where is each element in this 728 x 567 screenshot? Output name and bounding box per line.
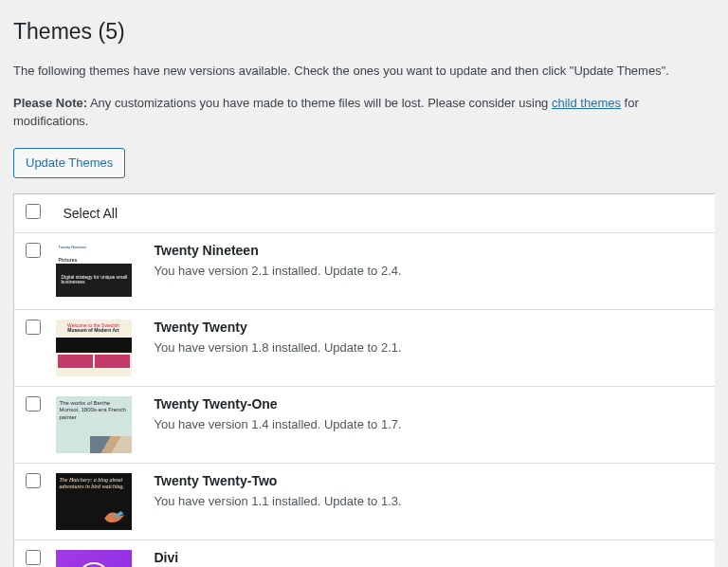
select-all-label: Select All — [56, 193, 716, 232]
theme-name: Twenty Twenty — [155, 320, 706, 335]
theme-checkbox[interactable] — [26, 396, 41, 412]
theme-thumbnail: Welcome to the SwedishMuseum of Modern A… — [56, 320, 132, 376]
note-text: Please Note: Any customizations you have… — [13, 94, 715, 131]
theme-checkbox[interactable] — [26, 473, 41, 488]
note-before-link: Any customizations you have made to them… — [87, 96, 552, 110]
themes-table: Select All Twenty Nineteen Pictures Digi… — [13, 193, 715, 567]
theme-name: Twenty Nineteen — [155, 243, 706, 258]
theme-row-divi: D Divi You have version 4.17.3 installed… — [14, 540, 716, 567]
divi-logo-icon: D — [78, 562, 110, 567]
select-all-checkbox[interactable] — [26, 204, 41, 219]
theme-thumbnail: Twenty Nineteen Pictures Digital strateg… — [56, 243, 132, 300]
theme-row-twenty-twenty-one: The works of Berthe Morisot, 1800s-era F… — [14, 386, 716, 463]
update-themes-button[interactable]: Update Themes — [13, 148, 125, 178]
theme-thumbnail: The works of Berthe Morisot, 1800s-era F… — [56, 396, 132, 453]
theme-row-twenty-twenty: Welcome to the SwedishMuseum of Modern A… — [14, 309, 716, 386]
theme-checkbox[interactable] — [26, 243, 41, 258]
theme-name: Twenty Twenty-Two — [155, 473, 706, 488]
theme-desc: You have version 2.1 installed. Update t… — [155, 264, 706, 278]
theme-name: Twenty Twenty-One — [155, 396, 706, 412]
theme-desc: You have version 1.8 installed. Update t… — [155, 340, 706, 355]
child-themes-link[interactable]: child themes — [552, 96, 621, 110]
theme-name: Divi — [155, 550, 706, 565]
intro-text: The following themes have new versions a… — [13, 62, 715, 81]
theme-desc: You have version 1.4 installed. Update t… — [155, 417, 706, 431]
theme-checkbox[interactable] — [26, 320, 41, 335]
theme-checkbox[interactable] — [26, 550, 41, 565]
themes-heading: Themes (5) — [13, 19, 715, 45]
select-all-row: Select All — [14, 193, 716, 232]
theme-row-twenty-twenty-two: The Hatchery: a blog about adventures in… — [14, 463, 716, 540]
bird-icon — [101, 507, 128, 526]
theme-row-twenty-nineteen: Twenty Nineteen Pictures Digital strateg… — [14, 232, 716, 309]
theme-thumbnail: The Hatchery: a blog about adventures in… — [56, 473, 132, 530]
theme-desc: You have version 1.1 installed. Update t… — [155, 494, 706, 508]
note-label: Please Note: — [13, 96, 87, 110]
theme-thumbnail: D — [56, 550, 132, 567]
